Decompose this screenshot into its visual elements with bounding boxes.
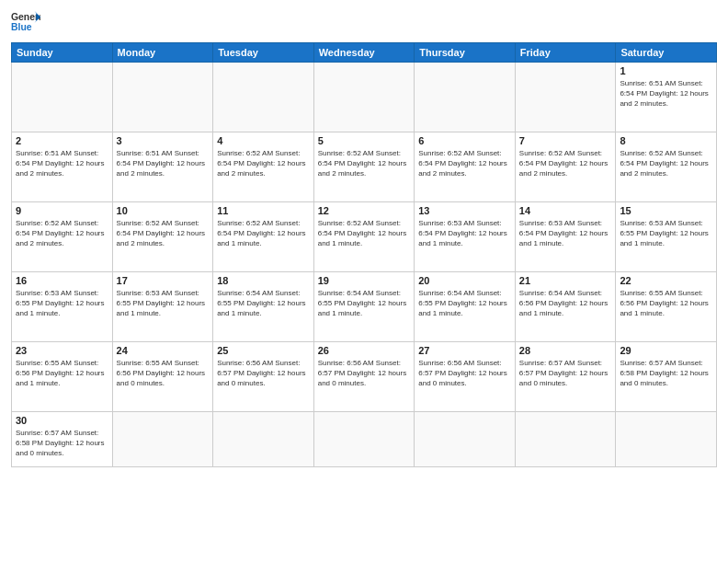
calendar-cell: 24Sunrise: 6:55 AM Sunset: 6:56 PM Dayli…: [112, 342, 213, 412]
calendar-table: SundayMondayTuesdayWednesdayThursdayFrid…: [11, 42, 717, 467]
day-number: 7: [519, 135, 612, 146]
calendar-cell: [213, 63, 314, 132]
day-info: Sunrise: 6:52 AM Sunset: 6:54 PM Dayligh…: [620, 148, 712, 179]
calendar-cell: 20Sunrise: 6:54 AM Sunset: 6:55 PM Dayli…: [415, 272, 516, 342]
calendar-cell: 4Sunrise: 6:52 AM Sunset: 6:54 PM Daylig…: [213, 132, 314, 202]
day-info: Sunrise: 6:52 AM Sunset: 6:54 PM Dayligh…: [318, 148, 411, 179]
day-info: Sunrise: 6:55 AM Sunset: 6:56 PM Dayligh…: [117, 358, 210, 389]
day-number: 1: [620, 65, 712, 76]
day-number: 15: [620, 205, 712, 216]
calendar-cell: [515, 63, 616, 132]
weekday-header-monday: Monday: [112, 43, 213, 63]
weekday-header-tuesday: Tuesday: [213, 43, 314, 63]
day-info: Sunrise: 6:57 AM Sunset: 6:58 PM Dayligh…: [620, 358, 712, 389]
calendar-cell: 8Sunrise: 6:52 AM Sunset: 6:54 PM Daylig…: [616, 132, 717, 202]
day-info: Sunrise: 6:54 AM Sunset: 6:56 PM Dayligh…: [519, 288, 612, 319]
day-number: 22: [620, 275, 712, 286]
day-number: 10: [117, 205, 210, 216]
generalblue-logo-icon: General Blue: [11, 9, 40, 35]
day-info: Sunrise: 6:53 AM Sunset: 6:55 PM Dayligh…: [16, 288, 108, 319]
page-header: General Blue: [11, 9, 717, 35]
day-info: Sunrise: 6:54 AM Sunset: 6:55 PM Dayligh…: [217, 288, 310, 319]
day-info: Sunrise: 6:55 AM Sunset: 6:56 PM Dayligh…: [620, 288, 712, 319]
calendar-cell: [616, 412, 717, 467]
day-number: 17: [117, 275, 210, 286]
day-info: Sunrise: 6:56 AM Sunset: 6:57 PM Dayligh…: [318, 358, 411, 389]
day-info: Sunrise: 6:52 AM Sunset: 6:54 PM Dayligh…: [418, 148, 511, 179]
calendar-cell: 22Sunrise: 6:55 AM Sunset: 6:56 PM Dayli…: [616, 272, 717, 342]
calendar-cell: 17Sunrise: 6:53 AM Sunset: 6:55 PM Dayli…: [112, 272, 213, 342]
calendar-cell: [415, 63, 516, 132]
calendar-cell: [112, 412, 213, 467]
day-number: 4: [217, 135, 310, 146]
day-number: 30: [16, 415, 108, 426]
day-info: Sunrise: 6:52 AM Sunset: 6:54 PM Dayligh…: [16, 218, 108, 249]
day-number: 23: [16, 345, 108, 356]
logo: General Blue: [11, 9, 40, 35]
calendar-cell: 27Sunrise: 6:56 AM Sunset: 6:57 PM Dayli…: [415, 342, 516, 412]
day-info: Sunrise: 6:51 AM Sunset: 6:54 PM Dayligh…: [16, 148, 108, 179]
day-info: Sunrise: 6:53 AM Sunset: 6:55 PM Dayligh…: [117, 288, 210, 319]
day-number: 25: [217, 345, 310, 356]
calendar-cell: 18Sunrise: 6:54 AM Sunset: 6:55 PM Dayli…: [213, 272, 314, 342]
day-number: 9: [16, 205, 108, 216]
day-number: 29: [620, 345, 712, 356]
calendar-week-1: 2Sunrise: 6:51 AM Sunset: 6:54 PM Daylig…: [12, 132, 717, 202]
day-info: Sunrise: 6:54 AM Sunset: 6:55 PM Dayligh…: [418, 288, 511, 319]
day-info: Sunrise: 6:51 AM Sunset: 6:54 PM Dayligh…: [117, 148, 210, 179]
day-number: 11: [217, 205, 310, 216]
calendar-cell: 10Sunrise: 6:52 AM Sunset: 6:54 PM Dayli…: [112, 202, 213, 272]
day-info: Sunrise: 6:52 AM Sunset: 6:54 PM Dayligh…: [117, 218, 210, 249]
calendar-cell: 26Sunrise: 6:56 AM Sunset: 6:57 PM Dayli…: [313, 342, 415, 412]
weekday-header-row: SundayMondayTuesdayWednesdayThursdayFrid…: [12, 43, 717, 63]
day-number: 20: [418, 275, 511, 286]
weekday-header-thursday: Thursday: [415, 43, 516, 63]
day-info: Sunrise: 6:53 AM Sunset: 6:54 PM Dayligh…: [519, 218, 612, 249]
weekday-header-friday: Friday: [515, 43, 616, 63]
calendar-cell: [415, 412, 516, 467]
day-number: 6: [418, 135, 511, 146]
calendar-cell: 19Sunrise: 6:54 AM Sunset: 6:55 PM Dayli…: [313, 272, 415, 342]
day-number: 16: [16, 275, 108, 286]
svg-text:Blue: Blue: [11, 22, 32, 32]
day-info: Sunrise: 6:52 AM Sunset: 6:54 PM Dayligh…: [318, 218, 411, 249]
day-info: Sunrise: 6:52 AM Sunset: 6:54 PM Dayligh…: [217, 148, 310, 179]
calendar-week-4: 23Sunrise: 6:55 AM Sunset: 6:56 PM Dayli…: [12, 342, 717, 412]
calendar-cell: [213, 412, 314, 467]
calendar-week-2: 9Sunrise: 6:52 AM Sunset: 6:54 PM Daylig…: [12, 202, 717, 272]
calendar-cell: 5Sunrise: 6:52 AM Sunset: 6:54 PM Daylig…: [313, 132, 415, 202]
calendar-cell: 7Sunrise: 6:52 AM Sunset: 6:54 PM Daylig…: [515, 132, 616, 202]
day-number: 14: [519, 205, 612, 216]
calendar-cell: [112, 63, 213, 132]
day-info: Sunrise: 6:57 AM Sunset: 6:57 PM Dayligh…: [519, 358, 612, 389]
calendar-cell: 3Sunrise: 6:51 AM Sunset: 6:54 PM Daylig…: [112, 132, 213, 202]
calendar-cell: 13Sunrise: 6:53 AM Sunset: 6:54 PM Dayli…: [415, 202, 516, 272]
day-info: Sunrise: 6:53 AM Sunset: 6:54 PM Dayligh…: [418, 218, 511, 249]
calendar-cell: 16Sunrise: 6:53 AM Sunset: 6:55 PM Dayli…: [12, 272, 113, 342]
calendar-cell: 21Sunrise: 6:54 AM Sunset: 6:56 PM Dayli…: [515, 272, 616, 342]
day-number: 2: [16, 135, 108, 146]
day-info: Sunrise: 6:55 AM Sunset: 6:56 PM Dayligh…: [16, 358, 108, 389]
calendar-cell: 25Sunrise: 6:56 AM Sunset: 6:57 PM Dayli…: [213, 342, 314, 412]
day-info: Sunrise: 6:57 AM Sunset: 6:58 PM Dayligh…: [16, 428, 108, 459]
day-number: 28: [519, 345, 612, 356]
calendar-cell: 9Sunrise: 6:52 AM Sunset: 6:54 PM Daylig…: [12, 202, 113, 272]
calendar-cell: [313, 412, 415, 467]
calendar-cell: 28Sunrise: 6:57 AM Sunset: 6:57 PM Dayli…: [515, 342, 616, 412]
weekday-header-saturday: Saturday: [616, 43, 717, 63]
day-number: 5: [318, 135, 411, 146]
calendar-cell: 29Sunrise: 6:57 AM Sunset: 6:58 PM Dayli…: [616, 342, 717, 412]
day-info: Sunrise: 6:51 AM Sunset: 6:54 PM Dayligh…: [620, 78, 712, 109]
calendar-cell: 15Sunrise: 6:53 AM Sunset: 6:55 PM Dayli…: [616, 202, 717, 272]
day-info: Sunrise: 6:52 AM Sunset: 6:54 PM Dayligh…: [519, 148, 612, 179]
calendar-cell: 30Sunrise: 6:57 AM Sunset: 6:58 PM Dayli…: [12, 412, 113, 467]
calendar-cell: 6Sunrise: 6:52 AM Sunset: 6:54 PM Daylig…: [415, 132, 516, 202]
calendar-week-5: 30Sunrise: 6:57 AM Sunset: 6:58 PM Dayli…: [12, 412, 717, 467]
calendar-cell: [313, 63, 415, 132]
calendar-cell: 11Sunrise: 6:52 AM Sunset: 6:54 PM Dayli…: [213, 202, 314, 272]
day-number: 8: [620, 135, 712, 146]
day-info: Sunrise: 6:53 AM Sunset: 6:55 PM Dayligh…: [620, 218, 712, 249]
day-number: 12: [318, 205, 411, 216]
calendar-cell: 14Sunrise: 6:53 AM Sunset: 6:54 PM Dayli…: [515, 202, 616, 272]
day-number: 26: [318, 345, 411, 356]
